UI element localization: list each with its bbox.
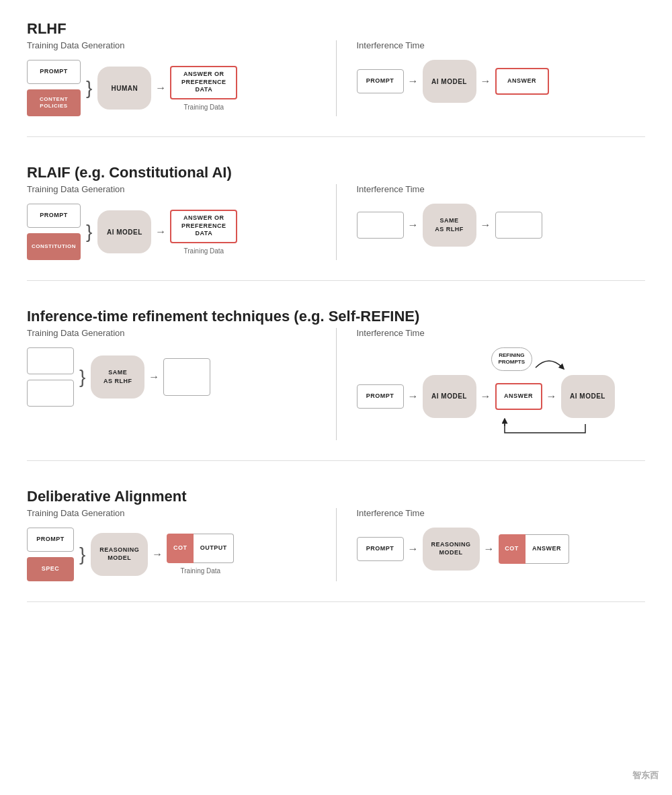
deliberative-inf-cot-node: COT [499, 534, 526, 564]
rlaif-inputs: PROMPT CONSTITUTION [27, 204, 81, 260]
rlhf-fork-brace: } [86, 79, 92, 97]
sr-main-flow: PROMPT → AI MODEL → ANSWER → AI MODEL [357, 375, 646, 418]
deliberative-output-node: OUTPUT [194, 534, 234, 563]
deliberative-reasoning-model-node: REASONINGMODEL [91, 533, 148, 576]
rlhf-prompt-node: PROMPT [27, 60, 81, 84]
rlaif-inf-prompt-placeholder [357, 212, 404, 239]
rlaif-inference: Interference Time → SAMEAS RLHF → [357, 184, 646, 260]
sr-divider [336, 328, 337, 440]
deliberative-cot-output-box: COT OUTPUT [167, 534, 234, 563]
rlaif-training-label: Training Data Generation [27, 184, 316, 194]
deliberative-cot-output-wrapper: COT OUTPUT Training Data [167, 534, 234, 575]
rlaif-section: RLAIF (e.g. Constitutional AI) Training … [27, 164, 645, 281]
rlhf-inf-prompt-node: PROMPT [357, 69, 404, 93]
deliberative-inf-answer-node: ANSWER [526, 534, 569, 564]
rlhf-training-data-label: Training Data [184, 103, 224, 111]
deliberative-training: Training Data Generation PROMPT SPEC } R… [27, 508, 316, 581]
sr-fork-brace: } [79, 368, 85, 386]
sr-refining-prompts-node: REFININGPROMPTS [491, 347, 533, 371]
deliberative-inf-cot-answer-box: COT ANSWER [499, 534, 569, 564]
deliberative-inf-arrow1: → [408, 544, 419, 554]
rlaif-training-data-label: Training Data [184, 247, 224, 255]
rlhf-answer-node: ANSWER ORPREFERENCE DATA [170, 66, 237, 99]
rlaif-training-flow: PROMPT CONSTITUTION } AI MODEL → ANSWER … [27, 204, 316, 260]
sr-refine-top-row: REFININGPROMPTS [357, 347, 646, 371]
rlaif-answer-wrapper: ANSWER ORPREFERENCE DATA Training Data [170, 210, 237, 255]
rlhf-training-label: Training Data Generation [27, 40, 316, 50]
self-refine-section: Inference-time refinement techniques (e.… [27, 308, 645, 461]
sr-inf-arrow1: → [408, 391, 419, 402]
rlhf-inf-arrow1: → [408, 76, 419, 87]
sr-inference-label: Interference Time [357, 328, 646, 338]
deliberative-prompt-node: PROMPT [27, 528, 74, 552]
rlhf-inf-arrow2: → [480, 76, 491, 87]
deliberative-spec-node: SPEC [27, 557, 74, 581]
rlhf-inputs: PROMPT CONTENTPOLICIES [27, 60, 81, 116]
rlhf-training-flow: PROMPT CONTENTPOLICIES } HUMAN → ANSWER … [27, 60, 316, 116]
self-refine-training-label: Training Data Generation [27, 328, 316, 338]
rlaif-same-as-rlhf-node: SAMEAS RLHF [423, 204, 476, 247]
deliberative-inference-flow: PROMPT → REASONINGMODEL → COT ANSWER [357, 528, 646, 571]
sr-inference: Interference Time REFININGPROMPTS [357, 328, 646, 440]
rlhf-inference-flow: PROMPT → AI MODEL → ANSWER [357, 60, 646, 103]
deliberative-inf-arrow2: → [484, 544, 495, 554]
self-refine-training: Training Data Generation } SAMEAS RLHF → [27, 328, 316, 440]
rlaif-inf-arrow2: → [480, 220, 491, 231]
rlaif-title: RLAIF (e.g. Constitutional AI) [27, 164, 645, 181]
rlhf-inf-model-node: AI MODEL [423, 60, 476, 103]
rlhf-training: Training Data Generation PROMPT CONTENTP… [27, 40, 316, 116]
sr-arrow1: → [149, 372, 159, 382]
deliberative-inference: Interference Time PROMPT → REASONINGMODE… [357, 508, 646, 581]
rlhf-section: RLHF Training Data Generation PROMPT CON… [27, 20, 645, 137]
self-refine-diagram: Training Data Generation } SAMEAS RLHF →… [27, 328, 645, 440]
sr-same-as-rlhf-node: SAMEAS RLHF [91, 355, 144, 399]
deliberative-cot-node: COT [167, 534, 194, 563]
sr-loop-svg [498, 421, 592, 437]
watermark: 智东西 [632, 769, 659, 782]
rlaif-divider [336, 184, 337, 260]
rlhf-diagram: Training Data Generation PROMPT CONTENTP… [27, 40, 645, 116]
rlaif-training: Training Data Generation PROMPT CONSTITU… [27, 184, 316, 260]
sr-input2 [27, 380, 74, 407]
rlhf-arrow1: → [155, 83, 166, 93]
deliberative-divider [336, 508, 337, 581]
rlhf-title: RLHF [27, 20, 645, 38]
rlaif-diagram: Training Data Generation PROMPT CONSTITU… [27, 184, 645, 260]
sr-top-curve-svg [532, 351, 566, 371]
deliberative-training-flow: PROMPT SPEC } REASONINGMODEL → COT OUTPU… [27, 528, 316, 581]
rlaif-constitution-node: CONSTITUTION [27, 233, 81, 260]
sr-answer-node: ANSWER [495, 383, 542, 410]
rlhf-divider [336, 40, 337, 116]
rlaif-ai-model-node: AI MODEL [97, 210, 151, 253]
rlaif-answer-node: ANSWER ORPREFERENCE DATA [170, 210, 237, 243]
deliberative-section: Deliberative Alignment Training Data Gen… [27, 488, 645, 602]
rlhf-content-policies-node: CONTENTPOLICIES [27, 89, 81, 116]
deliberative-inference-label: Interference Time [357, 508, 646, 518]
rlaif-inference-label: Interference Time [357, 184, 646, 194]
sr-ai-model1-node: AI MODEL [423, 375, 476, 418]
deliberative-diagram: Training Data Generation PROMPT SPEC } R… [27, 508, 645, 581]
deliberative-title: Deliberative Alignment [27, 488, 645, 505]
sr-inference-layout: REFININGPROMPTS PROMPT → [357, 347, 646, 440]
sr-inf-arrow2: → [480, 391, 491, 402]
deliberative-training-data-label: Training Data [181, 567, 221, 575]
self-refine-title: Inference-time refinement techniques (e.… [27, 308, 645, 325]
deliberative-training-label: Training Data Generation [27, 508, 316, 518]
deliberative-fork-brace: } [79, 545, 85, 564]
rlhf-human-node: HUMAN [97, 67, 151, 110]
rlhf-inference: Interference Time PROMPT → AI MODEL → AN… [357, 40, 646, 116]
rlaif-arrow1: → [155, 226, 166, 237]
sr-input1 [27, 347, 74, 374]
sr-output [163, 358, 210, 396]
deliberative-inf-prompt-node: PROMPT [357, 537, 404, 561]
rlhf-inference-label: Interference Time [357, 40, 646, 50]
sr-ai-model2-node: AI MODEL [561, 375, 615, 418]
rlaif-inf-answer-placeholder [495, 212, 542, 239]
rlaif-fork-brace: } [86, 222, 92, 241]
deliberative-arrow1: → [152, 549, 163, 560]
sr-loop-back-container [357, 421, 646, 440]
sr-train-inputs [27, 347, 74, 407]
sr-prompt-node: PROMPT [357, 384, 404, 409]
self-refine-training-flow: } SAMEAS RLHF → [27, 347, 316, 407]
rlaif-prompt-node: PROMPT [27, 204, 81, 228]
